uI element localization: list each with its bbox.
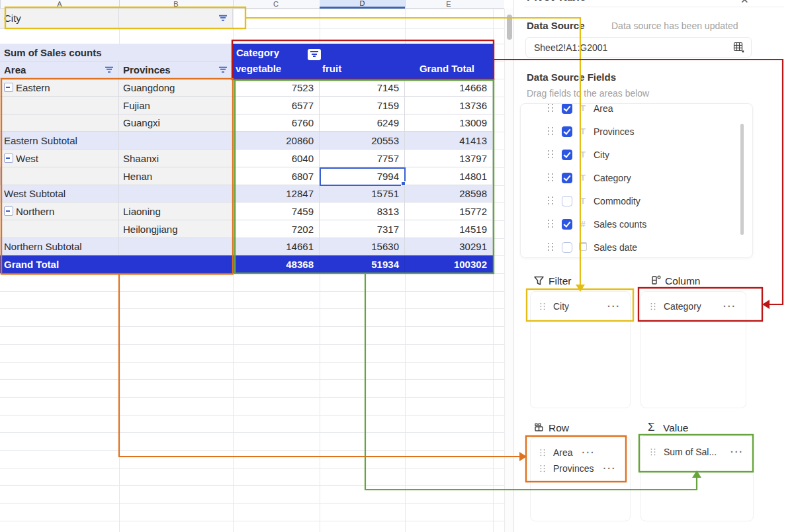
pivot-value-cell[interactable]: 20553 [320, 132, 405, 150]
drag-handle-icon[interactable] [541, 465, 545, 472]
pivot-value-cell[interactable]: 15772 [405, 202, 493, 220]
pivot-province-cell[interactable]: Shaanxi [119, 150, 233, 167]
pivot-area-cell[interactable] [0, 220, 119, 238]
pivot-value-cell[interactable]: 6577 [233, 97, 320, 114]
category-filter-icon[interactable] [308, 49, 321, 60]
pivot-value-cell[interactable]: 6760 [233, 114, 320, 132]
column-header-d-active[interactable]: D [320, 0, 405, 9]
column-header-B[interactable]: B [173, 0, 178, 9]
drag-handle-icon[interactable] [651, 448, 656, 455]
cell-filter-icon[interactable] [219, 66, 227, 73]
fill-handle[interactable] [401, 181, 406, 186]
drag-handle-icon[interactable] [548, 104, 553, 112]
field-row-sales-counts[interactable]: #Sales counts [521, 212, 752, 236]
data-source-range-input[interactable]: Sheet2!A1:G2001 [525, 37, 752, 58]
pivot-province-cell[interactable]: Guangxi [119, 114, 233, 132]
pivot-province-cell[interactable] [119, 238, 233, 255]
checkbox-checked[interactable] [562, 219, 572, 230]
column-header-E[interactable]: E [446, 0, 451, 9]
city-filter-dropdown-cell[interactable] [119, 9, 233, 28]
checkbox-checked[interactable] [562, 150, 572, 160]
fields-list-scrollbar-thumb[interactable] [740, 124, 744, 235]
pivot-title-cell[interactable]: Sum of Sales counts [0, 44, 233, 62]
category-header[interactable]: CategoryvegetablefruitGrand Total [233, 44, 493, 79]
pivot-value-cell[interactable]: 15630 [320, 238, 405, 255]
drag-handle-icon[interactable] [541, 449, 545, 456]
column-header-C[interactable]: C [273, 0, 279, 9]
pivot-value-cell[interactable]: 7523 [233, 79, 320, 97]
column-header-A[interactable]: A [57, 0, 62, 9]
pivot-area-cell[interactable] [0, 97, 119, 114]
more-menu-icon[interactable]: ··· [607, 301, 621, 312]
pivot-value-cell[interactable]: 13736 [405, 97, 493, 114]
pivot-area-cell[interactable] [0, 114, 119, 132]
chip-row-provinces[interactable]: Provinces··· [531, 461, 630, 476]
pivot-province-cell[interactable]: Heilongjiang [119, 220, 233, 238]
cell-filter-icon[interactable] [219, 15, 227, 22]
drag-handle-icon[interactable] [548, 197, 553, 205]
chip-filter-city[interactable]: City··· [531, 298, 630, 315]
close-icon[interactable]: ✕ [740, 0, 749, 5]
pivot-value-cell[interactable]: 14519 [405, 220, 493, 238]
pivot-value-cell[interactable]: 6807 [233, 167, 320, 185]
provinces-header-cell[interactable]: Provinces [119, 62, 233, 79]
checkbox-unchecked[interactable] [562, 242, 572, 253]
pivot-value-cell[interactable]: 8313 [320, 202, 405, 220]
pivot-province-cell[interactable] [119, 132, 233, 150]
pivot-value-cell[interactable]: 30291 [405, 238, 493, 255]
chip-row-area[interactable]: Area··· [531, 445, 630, 461]
field-row-city[interactable]: TCity [521, 143, 752, 166]
city-filter-cell[interactable]: City [0, 9, 119, 28]
grand-total-value-cell[interactable]: 51934 [320, 255, 405, 273]
pivot-province-cell[interactable]: Guangdong [119, 79, 233, 97]
pivot-value-cell[interactable]: 7159 [320, 97, 405, 114]
pivot-value-cell[interactable]: 7317 [320, 220, 405, 238]
pivot-value-cell[interactable]: 14801 [405, 167, 493, 185]
checkbox-checked[interactable] [562, 126, 572, 137]
more-menu-icon[interactable]: ··· [582, 447, 596, 458]
column-zone[interactable]: Category··· [640, 291, 746, 408]
pivot-value-cell[interactable]: 7459 [233, 202, 320, 220]
sheet-vertical-scrollbar[interactable] [504, 9, 513, 532]
pivot-value-cell[interactable]: 28598 [405, 185, 493, 202]
pivot-value-cell[interactable]: 7202 [233, 220, 320, 238]
pivot-value-cell[interactable]: 7757 [320, 150, 405, 167]
value-zone[interactable]: Sum of Sal...··· [640, 435, 754, 521]
field-row-category[interactable]: TCategory [521, 166, 752, 189]
field-row-area[interactable]: TArea [521, 103, 752, 120]
pivot-area-cell[interactable]: West Subtotal [0, 185, 119, 202]
collapse-minus-icon[interactable] [4, 154, 13, 163]
drag-handle-icon[interactable] [548, 173, 553, 182]
pivot-value-cell[interactable]: 13797 [405, 150, 493, 167]
drag-handle-icon[interactable] [541, 302, 545, 310]
pivot-value-cell[interactable]: 14668 [405, 79, 493, 97]
scrollbar-thumb[interactable] [507, 15, 512, 40]
pivot-value-cell[interactable]: 12847 [233, 185, 320, 202]
more-menu-icon[interactable]: ··· [723, 301, 736, 312]
row-zone[interactable]: Area···Provinces··· [530, 437, 631, 521]
pivot-area-cell[interactable]: Northern [0, 202, 119, 220]
pivot-area-cell[interactable]: Northern Subtotal [0, 238, 119, 255]
pivot-area-cell[interactable]: Eastern [0, 79, 119, 97]
grand-total-value-cell[interactable]: 100302 [405, 255, 493, 273]
drag-handle-icon[interactable] [548, 127, 553, 136]
field-row-commodity[interactable]: TCommodity [521, 189, 752, 212]
drag-handle-icon[interactable] [548, 150, 553, 159]
pivot-value-cell[interactable]: 14661 [233, 238, 320, 255]
more-menu-icon[interactable]: ··· [730, 447, 744, 457]
pivot-area-cell[interactable] [0, 167, 119, 185]
select-range-grid-icon[interactable] [733, 42, 744, 53]
pivot-province-cell[interactable]: Fujian [119, 97, 233, 114]
pivot-value-cell[interactable]: 6040 [233, 150, 320, 167]
pivot-province-cell[interactable]: Liaoning [119, 202, 233, 220]
drag-handle-icon[interactable] [548, 243, 553, 251]
pivot-area-cell[interactable]: West [0, 150, 119, 167]
collapse-minus-icon[interactable] [4, 83, 13, 92]
pivot-value-cell[interactable]: 15751 [320, 185, 405, 202]
pivot-value-cell[interactable]: 6249 [320, 114, 405, 132]
field-row-provinces[interactable]: TProvinces [521, 120, 752, 143]
pivot-province-cell[interactable] [119, 185, 233, 202]
collapse-minus-icon[interactable] [4, 206, 13, 216]
pivot-province-cell[interactable]: Henan [119, 167, 233, 185]
pivot-value-cell[interactable]: 7145 [320, 79, 405, 97]
